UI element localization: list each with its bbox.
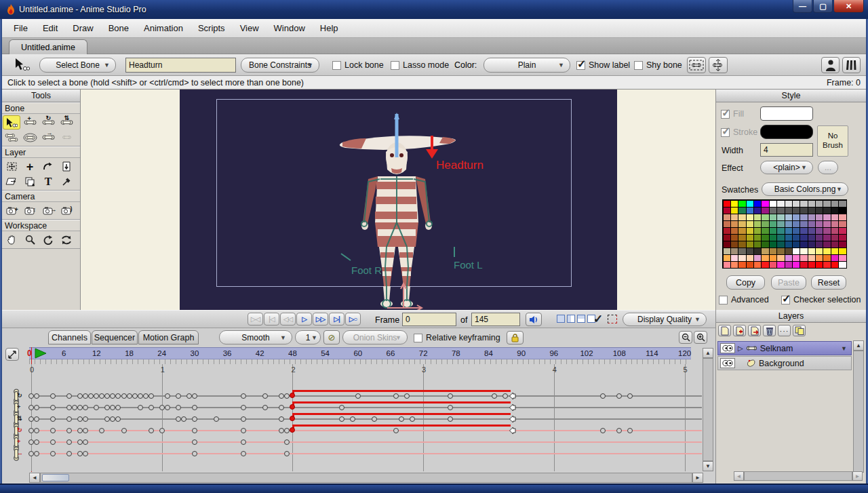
keyframe[interactable] (159, 428, 165, 433)
selected-keyframe-range[interactable] (292, 413, 510, 415)
style-panel-header[interactable]: Style (716, 90, 866, 102)
palette-swatch[interactable] (816, 235, 823, 241)
keyframe[interactable] (241, 451, 246, 456)
palette-swatch[interactable] (816, 228, 823, 234)
timeline-scroll-up[interactable]: ▲ (703, 348, 713, 358)
palette-swatch[interactable] (823, 262, 830, 268)
palette-swatch[interactable] (754, 228, 761, 234)
track-camera-tool[interactable]: + (3, 203, 20, 218)
palette-swatch[interactable] (785, 214, 792, 220)
palette-swatch[interactable] (777, 221, 784, 227)
palette-swatch[interactable] (731, 228, 738, 234)
palette-swatch[interactable] (800, 255, 807, 261)
palette-swatch[interactable] (800, 228, 807, 234)
keyframe[interactable] (448, 393, 453, 399)
layer-row-background[interactable]: Background (717, 356, 852, 370)
keyframe[interactable] (121, 393, 127, 399)
checker-selection-checkbox-box[interactable] (781, 296, 790, 304)
palette-swatch[interactable] (754, 214, 761, 220)
lasso-mode-checkbox-box[interactable] (391, 61, 399, 70)
keyframe[interactable] (88, 393, 94, 399)
keyframe[interactable] (192, 405, 197, 410)
minimize-button[interactable]: — (793, 0, 812, 13)
palette-swatch[interactable] (793, 235, 800, 241)
menu-view[interactable]: View (233, 20, 267, 37)
palette-swatch[interactable] (823, 208, 830, 214)
maximize-button[interactable]: ▢ (813, 0, 833, 13)
keyframe[interactable] (104, 416, 110, 422)
layer-visibility-toggle[interactable] (720, 343, 735, 353)
palette-swatch[interactable] (724, 262, 730, 268)
total-frames-input[interactable] (471, 313, 520, 326)
stretch-bone-horizontal-button[interactable] (687, 57, 706, 73)
timeline-zoom-out-button[interactable] (679, 331, 692, 344)
palette-swatch[interactable] (831, 221, 838, 227)
palette-swatch[interactable] (738, 228, 745, 234)
keyframe[interactable] (241, 416, 246, 422)
keyframe[interactable] (176, 405, 181, 410)
palette-swatch[interactable] (800, 201, 807, 207)
palette-swatch[interactable] (754, 255, 761, 261)
palette-swatch[interactable] (731, 248, 738, 254)
keyframe[interactable] (99, 428, 104, 433)
palette-swatch[interactable] (785, 228, 792, 234)
palette-swatch[interactable] (731, 201, 738, 207)
reparent-bone-tool[interactable] (3, 130, 20, 144)
palette-swatch[interactable] (808, 208, 815, 214)
palette-swatch[interactable] (839, 214, 846, 220)
tab-channels[interactable]: Channels (48, 330, 91, 344)
palette-swatch[interactable] (770, 221, 776, 227)
selected-keyframe-dot[interactable] (290, 404, 295, 410)
swatches-dropdown[interactable]: Basic Colors.png ▼ (762, 182, 848, 196)
show-label-checkbox[interactable]: Show label (576, 60, 630, 70)
palette-swatch[interactable] (754, 221, 761, 227)
go-to-end-button[interactable]: ▷○ (345, 313, 361, 326)
palette-swatch[interactable] (724, 214, 730, 220)
palette-swatch[interactable] (816, 221, 823, 227)
keyframe[interactable] (83, 416, 88, 422)
palette-swatch[interactable] (731, 262, 738, 268)
palette-swatch[interactable] (762, 262, 768, 268)
palette-swatch[interactable] (785, 221, 792, 227)
keyframe[interactable] (192, 393, 197, 399)
palette-swatch[interactable] (816, 248, 823, 254)
palette-swatch[interactable] (839, 262, 846, 268)
palette-swatch[interactable] (808, 248, 815, 254)
transform-layer-tool[interactable]: + (21, 159, 39, 174)
expand-timeline-button[interactable] (5, 348, 19, 361)
onion-skin-toggle-button[interactable]: ⊘ (323, 330, 340, 344)
keyframe[interactable] (627, 393, 633, 399)
keyframe[interactable] (138, 405, 143, 410)
title-bar[interactable]: Untitled.anime - Anime Studio Pro — ▢ ✕ (0, 0, 868, 19)
keyframe[interactable] (94, 405, 99, 410)
palette-swatch[interactable] (738, 235, 745, 241)
tools-panel-header[interactable]: Tools (2, 90, 80, 102)
selected-keyframe-dot[interactable] (290, 416, 295, 421)
palette-swatch[interactable] (762, 235, 768, 241)
keyframe[interactable] (410, 416, 415, 422)
palette-swatch[interactable] (754, 201, 761, 207)
bone-color-dropdown[interactable]: Plain ▼ (484, 58, 570, 73)
palette-swatch[interactable] (724, 241, 730, 248)
keyframe[interactable] (115, 416, 121, 422)
palette-swatch[interactable] (738, 214, 745, 220)
range-end-handle-icon[interactable] (509, 392, 516, 401)
layers-scroll-up[interactable]: ▲ (853, 340, 864, 351)
keyframe[interactable] (110, 393, 115, 399)
keyframe[interactable] (149, 428, 154, 433)
keyframe[interactable] (50, 439, 56, 445)
palette-swatch[interactable] (808, 235, 815, 241)
palette-swatch[interactable] (816, 255, 823, 261)
layer-options-arrow[interactable]: ▼ (841, 345, 847, 352)
palette-swatch[interactable] (839, 248, 846, 254)
split-horizontal-button[interactable] (577, 315, 585, 323)
paste-button[interactable]: Paste (771, 275, 806, 290)
keyframe[interactable] (99, 393, 104, 399)
keyframe[interactable] (192, 439, 197, 445)
palette-swatch[interactable] (731, 241, 738, 248)
stroke-checkbox-box[interactable] (721, 128, 730, 137)
keyframe[interactable] (339, 416, 344, 422)
rewind-to-start-button[interactable]: ▷◁ (248, 313, 263, 326)
palette-swatch[interactable] (731, 235, 738, 241)
timeline-horizontal-scrollbar[interactable] (40, 473, 692, 483)
